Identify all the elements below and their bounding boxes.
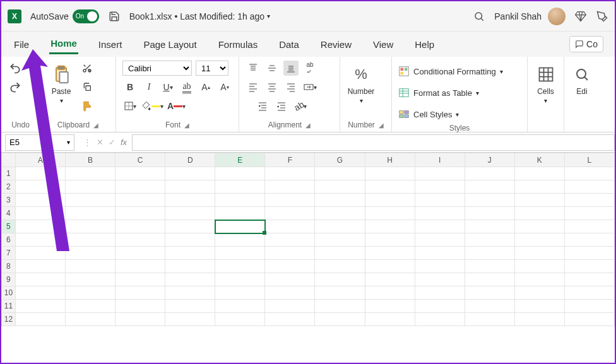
bold-button[interactable]: B: [122, 79, 138, 95]
cell[interactable]: [116, 300, 165, 313]
col-header[interactable]: B: [65, 153, 115, 167]
tab-data[interactable]: Data: [278, 35, 300, 54]
cell[interactable]: [365, 207, 415, 220]
cell[interactable]: [15, 194, 65, 207]
cell[interactable]: [514, 207, 564, 220]
row-header[interactable]: 3: [2, 194, 16, 207]
paste-button[interactable]: Paste ▾: [47, 61, 76, 104]
cell[interactable]: [465, 260, 514, 273]
cell[interactable]: [365, 313, 415, 326]
fx-label[interactable]: fx: [121, 138, 127, 147]
cell[interactable]: [514, 273, 564, 286]
cell[interactable]: [465, 313, 514, 326]
align-middle-button[interactable]: [264, 61, 280, 76]
decrease-indent-button[interactable]: [255, 98, 270, 114]
cell[interactable]: [365, 286, 415, 300]
cell[interactable]: [415, 167, 465, 180]
cell[interactable]: [564, 300, 614, 313]
cell[interactable]: [116, 260, 165, 273]
cell[interactable]: [265, 167, 315, 180]
cell[interactable]: [116, 273, 165, 286]
cut-button[interactable]: [80, 61, 95, 76]
cell[interactable]: [215, 300, 265, 313]
cell[interactable]: [564, 260, 614, 273]
col-header[interactable]: L: [564, 153, 614, 167]
cell[interactable]: [265, 313, 315, 326]
cell[interactable]: [165, 300, 215, 313]
dialog-launcher-icon[interactable]: ◢: [379, 122, 384, 129]
cell[interactable]: [415, 300, 465, 313]
cell[interactable]: [465, 273, 514, 286]
tab-review[interactable]: Review: [319, 35, 353, 54]
cell[interactable]: [116, 313, 165, 326]
cell[interactable]: [315, 207, 365, 220]
row-header[interactable]: 2: [2, 180, 16, 194]
cell[interactable]: [365, 194, 415, 207]
cell[interactable]: [365, 260, 415, 273]
cell[interactable]: [116, 247, 165, 260]
cell[interactable]: [165, 180, 215, 194]
redo-button[interactable]: [8, 79, 23, 95]
cell[interactable]: [165, 194, 215, 207]
cell[interactable]: [365, 167, 415, 180]
cell[interactable]: [15, 247, 65, 260]
pen-icon[interactable]: [596, 10, 608, 23]
cell[interactable]: [215, 194, 265, 207]
row-header[interactable]: 10: [2, 286, 16, 300]
merge-button[interactable]: ▾: [302, 79, 317, 95]
cell[interactable]: [564, 247, 614, 260]
tab-view[interactable]: View: [372, 35, 394, 54]
col-header[interactable]: G: [315, 153, 365, 167]
cell[interactable]: [215, 180, 265, 194]
number-format-button[interactable]: % Number ▾: [346, 61, 376, 104]
cell[interactable]: [215, 247, 265, 260]
tab-help[interactable]: Help: [413, 35, 435, 54]
cell[interactable]: [465, 286, 514, 300]
cell[interactable]: [315, 300, 365, 313]
cell[interactable]: [165, 313, 215, 326]
cell[interactable]: [116, 167, 165, 180]
cell[interactable]: [65, 233, 115, 247]
format-painter-button[interactable]: [80, 98, 95, 114]
cell[interactable]: [215, 167, 265, 180]
cell[interactable]: [415, 220, 465, 233]
cell[interactable]: [116, 207, 165, 220]
cell[interactable]: [215, 233, 265, 247]
cell[interactable]: [465, 194, 514, 207]
cell[interactable]: [165, 207, 215, 220]
col-header[interactable]: I: [415, 153, 465, 167]
cell[interactable]: [365, 220, 415, 233]
comments-button[interactable]: Co: [569, 36, 603, 52]
dialog-launcher-icon[interactable]: ◢: [184, 122, 189, 129]
cell[interactable]: [564, 220, 614, 233]
cell[interactable]: [514, 247, 564, 260]
cell[interactable]: [514, 260, 564, 273]
cell[interactable]: [265, 180, 315, 194]
cell[interactable]: [514, 313, 564, 326]
cell[interactable]: [315, 194, 365, 207]
cell[interactable]: [165, 167, 215, 180]
cell[interactable]: [514, 167, 564, 180]
row-header[interactable]: 4: [2, 207, 16, 220]
copy-button[interactable]: [80, 79, 95, 95]
font-face-select[interactable]: Calibri: [122, 61, 192, 76]
col-header[interactable]: A: [15, 153, 65, 167]
row-header[interactable]: 7: [2, 247, 16, 260]
align-center-button[interactable]: [264, 79, 280, 95]
col-header[interactable]: C: [116, 153, 165, 167]
cell[interactable]: [265, 233, 315, 247]
cell[interactable]: [514, 300, 564, 313]
align-top-button[interactable]: [246, 61, 261, 76]
cell[interactable]: [465, 300, 514, 313]
cell-styles-button[interactable]: Cell Styles▾: [398, 106, 459, 122]
accept-formula-button[interactable]: ✓: [109, 138, 116, 147]
cell[interactable]: [315, 247, 365, 260]
cell[interactable]: [65, 207, 115, 220]
cell[interactable]: [315, 313, 365, 326]
cell[interactable]: [514, 220, 564, 233]
cell[interactable]: [465, 167, 514, 180]
cell[interactable]: [215, 273, 265, 286]
cell[interactable]: [315, 167, 365, 180]
borders-button[interactable]: ▾: [122, 98, 138, 114]
cell[interactable]: [15, 220, 65, 233]
